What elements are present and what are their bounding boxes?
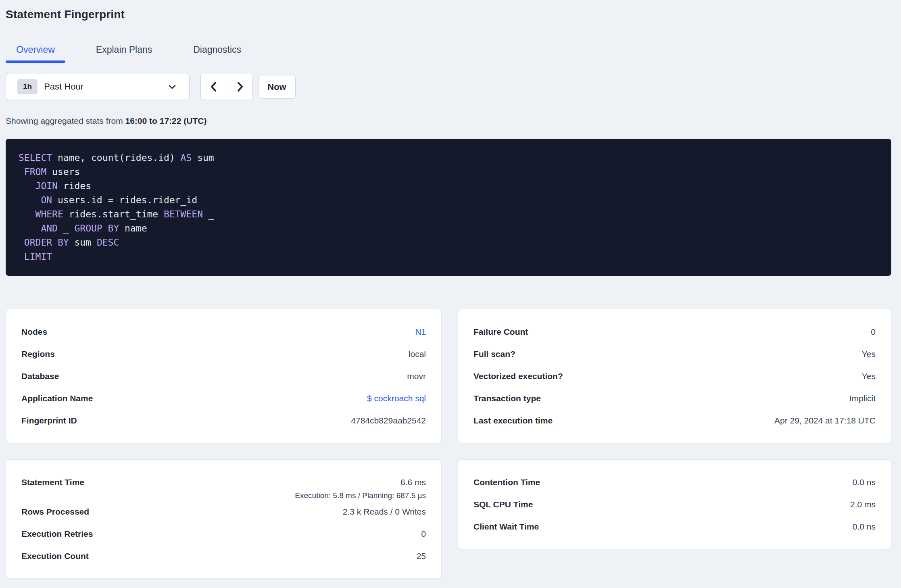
row-label: Failure Count	[473, 326, 528, 337]
card-row-client-wait-time: Client Wait Time0.0 ns	[473, 515, 876, 538]
row-value-wrap: local	[409, 348, 426, 359]
row-value-wrap: $ cockroach sql	[367, 393, 426, 404]
row-label: Full scan?	[473, 348, 515, 359]
time-step-group	[200, 73, 253, 100]
sql-text: _	[52, 251, 63, 262]
sql-text: _	[58, 223, 75, 234]
row-value: 0.0 ns	[853, 522, 876, 531]
sql-text: name	[119, 223, 147, 234]
stats-prefix: Showing aggregated stats from	[6, 116, 125, 125]
sql-statement-text: SELECT name, count(rides.id) AS sum FROM…	[19, 151, 878, 264]
row-value-link[interactable]: $ cockroach sql	[367, 394, 426, 403]
row-value-wrap: 4784cb829aab2542	[351, 415, 426, 426]
card-row-execution-count: Execution Count25	[21, 545, 426, 567]
sql-text	[19, 167, 24, 177]
row-subvalue: Execution: 5.8 ms / Planning: 687.5 µs	[295, 491, 426, 500]
row-value: 0	[421, 529, 426, 538]
row-label: Last execution time	[473, 415, 553, 426]
card-row-database: Databasemovr	[21, 365, 426, 387]
sql-keyword: JOIN	[35, 181, 58, 191]
sql-keyword: ORDER BY	[24, 237, 69, 248]
row-label: Rows Processed	[21, 506, 89, 517]
card-row-application-name: Application Name$ cockroach sql	[21, 387, 426, 409]
row-value-wrap: Yes	[862, 348, 876, 359]
row-value-wrap: 0.0 ns	[853, 521, 876, 532]
row-label: Execution Count	[21, 550, 89, 561]
row-value: Implicit	[849, 394, 876, 403]
sql-text: users.id = rides.rider_id	[52, 195, 197, 205]
sql-text: rides	[58, 181, 91, 191]
row-value: Yes	[862, 349, 876, 359]
sql-keyword: FROM	[24, 167, 46, 177]
stats-range: 16:00 to 17:22 (UTC)	[125, 116, 207, 125]
row-value: 2.0 ms	[850, 500, 876, 509]
row-value-wrap: 2.3 k Reads / 0 Writes	[343, 506, 426, 517]
wait-time-card: Contention Time0.0 nsSQL CPU Time2.0 msC…	[458, 459, 891, 549]
sql-text: sum	[69, 237, 97, 248]
row-label: Execution Retries	[21, 528, 93, 539]
row-value: Apr 29, 2024 at 17:18 UTC	[774, 416, 876, 425]
statement-fingerprint-page: Statement Fingerprint OverviewExplain Pl…	[0, 0, 901, 579]
page-title: Statement Fingerprint	[6, 8, 891, 21]
sql-keyword: GROUP BY	[74, 223, 119, 234]
tab-explain-plans[interactable]: Explain Plans	[86, 40, 163, 62]
sql-keyword: SELECT	[19, 152, 52, 163]
row-value: 6.6 ms	[400, 477, 426, 487]
sql-keyword: WHERE	[35, 209, 63, 219]
sql-text	[19, 251, 24, 262]
card-row-fingerprint-id: Fingerprint ID4784cb829aab2542	[21, 409, 426, 432]
tab-diagnostics[interactable]: Diagnostics	[183, 40, 252, 62]
sql-keyword: AND	[41, 223, 58, 234]
statement-timing-card: Statement Time6.6 msExecution: 5.8 ms / …	[6, 459, 442, 579]
sql-text	[19, 237, 24, 248]
sql-text	[19, 195, 41, 205]
chevron-right-icon	[235, 81, 245, 93]
row-label: Application Name	[21, 393, 93, 404]
chevron-left-icon	[209, 81, 219, 93]
row-value: 4784cb829aab2542	[351, 416, 426, 425]
row-value: 2.3 k Reads / 0 Writes	[343, 507, 426, 516]
summary-cards-grid: NodesN1RegionslocalDatabasemovrApplicati…	[6, 309, 891, 579]
sql-text	[19, 209, 35, 219]
sql-text: rides.start_time	[63, 209, 164, 219]
sql-text	[19, 181, 35, 191]
row-value-link[interactable]: N1	[415, 327, 426, 336]
row-value-wrap: Apr 29, 2024 at 17:18 UTC	[774, 415, 876, 426]
card-row-nodes: NodesN1	[21, 321, 426, 343]
sql-keyword: DESC	[97, 237, 119, 248]
row-value-wrap: movr	[407, 371, 426, 382]
chevron-down-icon	[167, 82, 177, 92]
row-value-wrap: 0	[871, 326, 876, 337]
sql-text: name, count(rides.id)	[52, 152, 181, 163]
sql-keyword: AS	[181, 152, 192, 163]
time-controls: 1h Past Hour Now	[6, 73, 891, 100]
row-label: Nodes	[21, 326, 47, 337]
row-value: movr	[407, 371, 426, 381]
tab-overview[interactable]: Overview	[6, 40, 65, 62]
sql-statement-box: SELECT name, count(rides.id) AS sum FROM…	[6, 139, 891, 276]
row-value-wrap: 0.0 ns	[853, 477, 876, 488]
card-row-vectorized-execution: Vectorized execution?Yes	[473, 365, 876, 387]
time-range-badge: 1h	[17, 79, 38, 94]
row-label: Client Wait Time	[473, 521, 539, 532]
sql-text	[19, 223, 41, 234]
time-range-label: Past Hour	[44, 81, 167, 92]
next-time-button[interactable]	[227, 73, 252, 100]
row-label: Contention Time	[473, 477, 540, 488]
tab-bar: OverviewExplain PlansDiagnostics	[6, 40, 891, 62]
card-row-transaction-type: Transaction typeImplicit	[473, 387, 876, 409]
row-value-wrap: 2.0 ms	[850, 499, 876, 510]
sql-text: users	[46, 167, 80, 177]
card-row-contention-time: Contention Time0.0 ns	[473, 471, 876, 493]
row-label: Transaction type	[473, 393, 541, 404]
card-row-rows-processed: Rows Processed2.3 k Reads / 0 Writes	[21, 500, 426, 523]
prev-time-button[interactable]	[201, 73, 227, 100]
row-value-wrap: 6.6 msExecution: 5.8 ms / Planning: 687.…	[295, 477, 426, 500]
time-range-dropdown[interactable]: 1h Past Hour	[6, 73, 190, 100]
row-value: local	[409, 349, 426, 359]
row-label: Vectorized execution?	[473, 371, 563, 382]
sql-text: _	[203, 209, 214, 219]
now-button[interactable]: Now	[258, 75, 296, 99]
row-label: Fingerprint ID	[21, 415, 77, 426]
execution-attributes-card: Failure Count0Full scan?YesVectorized ex…	[458, 309, 891, 443]
